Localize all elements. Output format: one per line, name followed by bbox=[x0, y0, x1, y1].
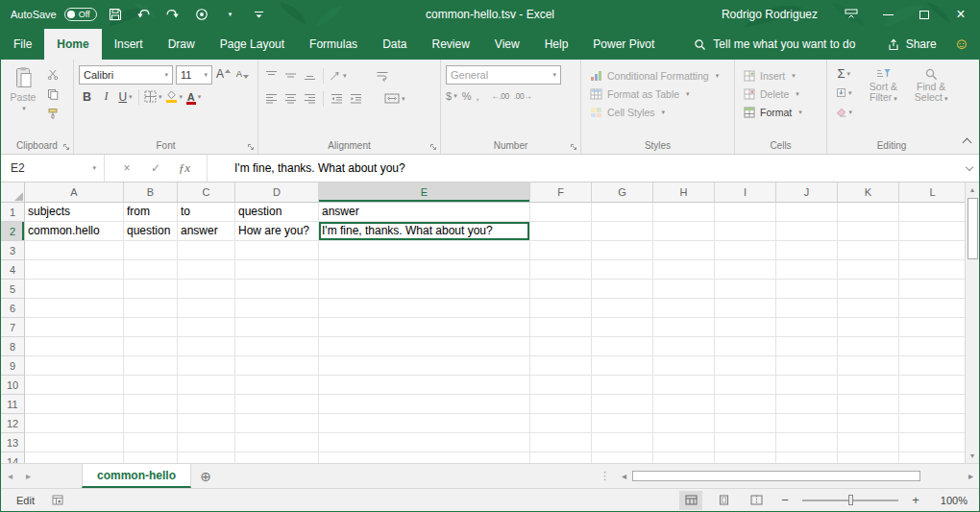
cell-A5[interactable] bbox=[25, 280, 124, 299]
redo-button[interactable] bbox=[162, 3, 184, 26]
autosum-button[interactable]: Σ▾ bbox=[830, 64, 858, 83]
cell-H8[interactable] bbox=[653, 337, 715, 356]
cell-F8[interactable] bbox=[530, 337, 592, 356]
cell-G12[interactable] bbox=[592, 414, 653, 433]
cell-H4[interactable] bbox=[653, 260, 715, 280]
cell-C2[interactable]: answer bbox=[178, 222, 235, 241]
cell-E10[interactable] bbox=[319, 376, 530, 395]
formula-input[interactable]: I'm fine, thanks. What about you? bbox=[208, 155, 960, 182]
tab-page-layout[interactable]: Page Layout bbox=[208, 29, 297, 60]
row-header-11[interactable]: 11 bbox=[1, 395, 25, 414]
alignment-dialog-launcher[interactable] bbox=[429, 143, 437, 151]
clear-button[interactable]: ▾ bbox=[830, 103, 858, 121]
cell-B7[interactable] bbox=[124, 318, 178, 337]
cell-I10[interactable] bbox=[715, 376, 776, 395]
tab-scrollbar-splitter[interactable]: ⋮ bbox=[594, 464, 616, 488]
conditional-formatting-button[interactable]: Conditional Formatting▾ bbox=[590, 66, 731, 85]
borders-button[interactable]: ▾ bbox=[144, 88, 162, 105]
align-left-button[interactable] bbox=[263, 90, 280, 107]
row-header-12[interactable]: 12 bbox=[1, 414, 25, 433]
column-header-G[interactable]: G bbox=[592, 183, 653, 203]
align-right-button[interactable] bbox=[302, 90, 318, 107]
cell-K12[interactable] bbox=[838, 414, 899, 433]
cell-B14[interactable] bbox=[124, 452, 178, 463]
cell-I5[interactable] bbox=[715, 280, 776, 299]
maximize-button[interactable] bbox=[906, 0, 943, 29]
comma-style-button[interactable]: , bbox=[476, 90, 478, 102]
cell-K6[interactable] bbox=[838, 299, 899, 318]
cell-G6[interactable] bbox=[592, 299, 653, 318]
cell-B10[interactable] bbox=[124, 376, 178, 395]
autosave-toggle[interactable]: Off bbox=[64, 8, 97, 21]
cell-I8[interactable] bbox=[715, 337, 776, 356]
tab-help[interactable]: Help bbox=[532, 29, 581, 60]
zoom-slider-thumb[interactable] bbox=[848, 495, 853, 505]
cell-C9[interactable] bbox=[178, 356, 235, 376]
cell-K11[interactable] bbox=[838, 395, 899, 414]
new-sheet-button[interactable]: ⊕ bbox=[191, 464, 220, 488]
cell-E7[interactable] bbox=[319, 318, 530, 337]
tell-me-box[interactable]: Tell me what you want to do bbox=[694, 29, 855, 60]
column-header-K[interactable]: K bbox=[838, 183, 899, 203]
cell-J10[interactable] bbox=[776, 376, 838, 395]
cell-E5[interactable] bbox=[319, 280, 530, 299]
cell-G7[interactable] bbox=[592, 318, 653, 337]
tab-review[interactable]: Review bbox=[419, 29, 481, 60]
vertical-scrollbar[interactable]: ▴ ▾ bbox=[965, 183, 979, 463]
cell-I1[interactable] bbox=[715, 203, 776, 222]
bold-button[interactable]: B bbox=[79, 88, 95, 105]
cell-E9[interactable] bbox=[319, 356, 530, 376]
bottom-align-button[interactable] bbox=[302, 67, 318, 84]
cell-F10[interactable] bbox=[530, 376, 592, 395]
collapse-ribbon-button[interactable] bbox=[963, 138, 972, 148]
cell-L13[interactable] bbox=[899, 433, 965, 452]
cell-E8[interactable] bbox=[319, 337, 530, 356]
copy-button[interactable] bbox=[44, 85, 61, 102]
cell-B11[interactable] bbox=[124, 395, 178, 414]
cell-A4[interactable] bbox=[25, 260, 124, 280]
column-header-H[interactable]: H bbox=[653, 183, 715, 203]
cell-E6[interactable] bbox=[319, 299, 530, 318]
scroll-left-arrow[interactable]: ◂ bbox=[616, 471, 632, 481]
font-size-combo[interactable]: 11▾ bbox=[176, 65, 212, 85]
user-name[interactable]: Rodrigo Rodriguez bbox=[722, 8, 818, 21]
cell-D2[interactable]: How are you? bbox=[235, 222, 319, 241]
cell-I12[interactable] bbox=[715, 414, 776, 433]
scroll-down-arrow[interactable]: ▾ bbox=[966, 449, 979, 463]
normal-view-button[interactable] bbox=[679, 491, 702, 510]
align-center-button[interactable] bbox=[282, 90, 299, 107]
cell-B3[interactable] bbox=[124, 241, 178, 260]
cell-K4[interactable] bbox=[838, 260, 899, 280]
row-header-14[interactable]: 14 bbox=[1, 452, 25, 463]
cell-styles-button[interactable]: Cell Styles▾ bbox=[590, 103, 731, 121]
cell-D8[interactable] bbox=[235, 337, 319, 356]
cell-D13[interactable] bbox=[235, 433, 319, 452]
tab-home[interactable]: Home bbox=[44, 29, 101, 60]
cell-C12[interactable] bbox=[178, 414, 235, 433]
row-header-7[interactable]: 7 bbox=[1, 318, 25, 337]
cell-H12[interactable] bbox=[653, 414, 715, 433]
cell-C3[interactable] bbox=[178, 241, 235, 260]
format-cells-button[interactable]: Format▾ bbox=[744, 103, 823, 121]
sheet-tab-common-hello[interactable]: common-hello bbox=[82, 464, 191, 488]
cell-K1[interactable] bbox=[838, 203, 899, 222]
cell-L6[interactable] bbox=[899, 299, 965, 318]
cell-A3[interactable] bbox=[25, 241, 124, 260]
cell-A2[interactable]: common.hello bbox=[25, 222, 124, 241]
cut-button[interactable] bbox=[44, 66, 61, 83]
row-header-1[interactable]: 1 bbox=[1, 203, 25, 222]
cell-J11[interactable] bbox=[776, 395, 838, 414]
paste-menu-arrow[interactable]: ▾ bbox=[22, 105, 26, 112]
cell-B1[interactable]: from bbox=[124, 203, 178, 222]
cell-J14[interactable] bbox=[776, 452, 838, 463]
fill-button[interactable]: ▾ bbox=[830, 84, 858, 102]
cell-B6[interactable] bbox=[124, 299, 178, 318]
cell-F7[interactable] bbox=[530, 318, 592, 337]
cell-F12[interactable] bbox=[530, 414, 592, 433]
format-painter-button[interactable] bbox=[44, 105, 61, 121]
cell-H10[interactable] bbox=[653, 376, 715, 395]
cell-E12[interactable] bbox=[319, 414, 530, 433]
cell-L2[interactable] bbox=[899, 222, 965, 241]
cell-E13[interactable] bbox=[319, 433, 530, 452]
cell-G11[interactable] bbox=[592, 395, 653, 414]
